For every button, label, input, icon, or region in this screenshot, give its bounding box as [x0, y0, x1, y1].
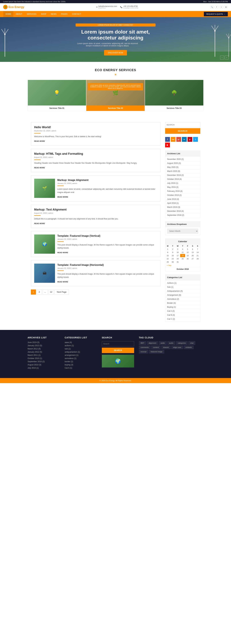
read-more-3[interactable]: READ MORE [58, 196, 68, 198]
tag-embeds[interactable]: embeds [184, 346, 194, 349]
archive-item[interactable]: July 2019 (1) [165, 181, 200, 185]
category-item[interactable]: Sub (1) [165, 285, 200, 289]
nav-item-about[interactable]: About [14, 11, 24, 17]
footer-category-item[interactable]: border (2) [65, 360, 97, 363]
category-item[interactable]: Broder (4) [165, 301, 200, 305]
footer-category-item[interactable]: Cat A (1) [65, 367, 97, 369]
social-icon-pinterest[interactable]: p [188, 137, 192, 142]
social-icon-rss[interactable]: rss [171, 137, 176, 142]
read-more-1[interactable]: READ MORE [34, 140, 45, 142]
service-card-2[interactable]: 🌿 Lorem ipsum dolor set amet consectetur… [86, 80, 145, 111]
tag-featured-image[interactable]: featured image [149, 350, 164, 354]
footer-archive-item[interactable]: January 2013 (5) [28, 344, 60, 347]
category-item[interactable]: Buying (1) [165, 305, 200, 309]
footer-category-item[interactable]: aciform (1) [65, 344, 97, 347]
service-card-1[interactable]: 💡 Services Title 01 [28, 80, 86, 111]
footer-category-item[interactable]: buying (3) [65, 364, 97, 366]
footer-archive-item[interactable]: July 2010 (1) [28, 367, 60, 369]
archive-item[interactable]: December 2019 (2) [165, 173, 200, 177]
read-more-6[interactable]: READ MORE [58, 281, 68, 283]
page-12[interactable]: 12 [48, 290, 54, 294]
footer-archive-item[interactable]: March 2012 (5) [28, 348, 60, 350]
footer-category-item[interactable]: antiquarianism (1) [65, 351, 97, 353]
page-1[interactable]: 1 [31, 290, 36, 294]
category-item[interactable]: Asmodeus (2) [165, 297, 200, 301]
nav-item-services[interactable]: Services [24, 11, 38, 17]
footer-archive-item[interactable]: January 2012 (5) [28, 351, 60, 353]
footer-search-button[interactable]: SEARCH [102, 348, 134, 353]
nav-item-home[interactable]: Home [3, 11, 14, 17]
service-card-3[interactable]: 🌳 Services Title 03 [145, 80, 204, 111]
footer-category-item[interactable]: sub (1) [65, 348, 97, 350]
discover-now-button[interactable]: DISCOVER NOW [104, 50, 127, 56]
sidebar-search-button[interactable]: SEARCH [165, 128, 200, 134]
sidebar-search-input[interactable] [165, 122, 200, 128]
tag-chat[interactable]: chat [188, 341, 195, 345]
tag-dowork[interactable]: dowork [161, 346, 170, 349]
footer-archive-item[interactable]: March 2011 (1) [28, 354, 60, 356]
category-item[interactable]: Cat C (2) [165, 317, 200, 321]
social-icon-google-plus[interactable]: g+ [176, 137, 181, 142]
category-item[interactable]: Cat A (3) [165, 309, 200, 313]
social-icon-youtube[interactable]: ▶ [165, 142, 170, 147]
tag-aside[interactable]: aside [159, 341, 166, 345]
nav-item-pages[interactable]: Pages [59, 11, 70, 17]
archive-item[interactable]: February 2019 (4) [165, 189, 200, 193]
archive-item[interactable]: May 2020 (5) [165, 165, 200, 169]
twitter-header-icon[interactable]: t [219, 5, 223, 9]
calendar-prev[interactable]: « Sep [167, 264, 172, 266]
tag-comments[interactable]: comments [139, 346, 150, 349]
tag-alignment[interactable]: alignment [147, 341, 158, 345]
category-item[interactable]: Cat B (4) [165, 313, 200, 317]
archive-item[interactable]: March 2019 (3) [165, 205, 200, 209]
footer-search-input[interactable] [102, 341, 134, 346]
tag-8bit[interactable]: 8BIT [139, 341, 146, 345]
tag-content[interactable]: content [151, 346, 160, 349]
tag-audio[interactable]: audio [168, 341, 175, 345]
footer-archive-item[interactable]: June 2019 (5) [28, 341, 60, 344]
archive-item[interactable]: September 2018 (2) [165, 213, 200, 217]
page-ellipsis: ... [43, 290, 48, 294]
archive-item[interactable]: August 2020 (3) [165, 161, 200, 165]
social-icon-twitter[interactable]: t [193, 137, 198, 142]
page-2[interactable]: 2 [37, 290, 42, 294]
hero-next-arrow[interactable]: › [225, 56, 228, 60]
facebook-header-icon[interactable]: f [215, 5, 218, 9]
nav-item-contact[interactable]: Contact [70, 11, 83, 17]
hero-prev-arrow[interactable]: ‹ [220, 56, 224, 60]
footer-archive-item[interactable]: October 2010 (1) [28, 357, 60, 360]
social-icon-linkedin[interactable]: in [182, 137, 187, 142]
page-next-button[interactable]: Next Page [54, 290, 69, 294]
footer-category-item[interactable]: arrangement (1) [65, 354, 97, 356]
archive-item[interactable]: November 2020 (2) [165, 157, 200, 161]
footer-archive-item[interactable]: August 2010 (3) [28, 364, 60, 366]
category-item[interactable]: Arrangement (6) [165, 293, 200, 297]
tag-edge-case[interactable]: edge case [171, 346, 183, 349]
nav-item-news[interactable]: News [48, 11, 59, 17]
footer-category-item[interactable]: asmodeus (1) [65, 357, 97, 360]
archive-item[interactable]: October 2019 (2) [165, 193, 200, 197]
tag-categories[interactable]: categories [176, 341, 188, 345]
nav-item-shop[interactable]: Shop [39, 11, 48, 17]
archive-item[interactable]: April 2019 (1) [165, 201, 200, 205]
archive-item[interactable]: June 2019 (4) [165, 197, 200, 201]
archive-item[interactable]: May 2019 (3) [165, 185, 200, 189]
tag-excerpt[interactable]: excerpt [139, 350, 148, 354]
search-header-icon[interactable]: 🔍 [210, 5, 214, 9]
category-item[interactable]: Aciform (1) [165, 281, 200, 285]
archives-dropdown-select[interactable]: Select Month [167, 229, 198, 234]
read-more-4[interactable]: READ MORE [34, 222, 45, 224]
cal-cell-active[interactable]: 18 [180, 254, 185, 257]
read-more-2[interactable]: READ MORE [34, 167, 45, 169]
archive-item[interactable]: March 2020 (6) [165, 169, 200, 173]
category-item[interactable]: Antiquarianism (5) [165, 289, 200, 293]
menu-header-icon[interactable]: ☰ [224, 5, 228, 9]
logo[interactable]: 🌿 Eco Energy [3, 5, 24, 9]
social-icon-facebook[interactable]: f [165, 137, 170, 142]
read-more-5[interactable]: READ MORE [58, 252, 68, 254]
archive-item[interactable]: December 2018 (4) [165, 209, 200, 213]
footer-category-item[interactable]: aaaa (4) [65, 341, 97, 344]
archive-item[interactable]: October 2019 (4) [165, 177, 200, 181]
request-quote-button[interactable]: REQUEST A QUOTE → [204, 12, 228, 16]
footer-archive-item[interactable]: September 2010 (2) [28, 360, 60, 363]
